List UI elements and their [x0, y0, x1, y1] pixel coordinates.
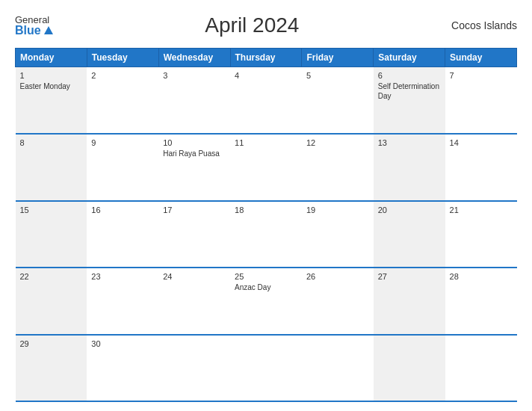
day-number: 21	[450, 206, 513, 214]
day-number: 14	[450, 138, 513, 147]
day-number: 4	[235, 71, 297, 80]
calendar-cell	[158, 335, 230, 402]
day-number: 26	[306, 272, 369, 281]
day-number: 5	[306, 71, 369, 80]
day-number: 7	[450, 71, 513, 80]
calendar-table: MondayTuesdayWednesdayThursdayFridaySatu…	[15, 48, 517, 402]
calendar-cell: 19	[302, 201, 374, 268]
calendar-cell: 23	[87, 268, 158, 335]
calendar-cell: 15	[16, 201, 87, 268]
holiday-text: Self Determination Day	[378, 81, 441, 101]
week-row-3: 15161718192021	[16, 201, 517, 268]
calendar-cell: 9	[87, 134, 158, 201]
calendar-cell: 20	[374, 201, 445, 268]
calendar-cell: 3	[158, 67, 230, 135]
calendar-cell: 2	[87, 67, 158, 135]
day-number: 23	[91, 272, 154, 281]
week-row-1: 1Easter Monday23456Self Determination Da…	[16, 67, 517, 135]
day-number: 18	[235, 206, 297, 214]
weekday-header-tuesday: Tuesday	[87, 49, 158, 67]
calendar-wrapper: General Blue April 2024 Cocos Islands Mo…	[0, 0, 532, 411]
calendar-cell: 17	[158, 201, 230, 268]
day-number: 9	[91, 138, 154, 147]
calendar-cell: 25Anzac Day	[230, 268, 302, 335]
calendar-cell: 1Easter Monday	[16, 67, 87, 135]
weekday-header-saturday: Saturday	[374, 49, 445, 67]
day-number: 28	[450, 272, 513, 281]
calendar-cell: 21	[445, 201, 517, 268]
day-number: 15	[20, 206, 83, 214]
calendar-cell: 10Hari Raya Puasa	[158, 134, 230, 201]
day-number: 17	[163, 206, 226, 214]
calendar-cell	[230, 335, 302, 402]
day-number: 10	[163, 138, 226, 147]
logo-blue-text: Blue	[15, 25, 41, 37]
day-number: 6	[378, 71, 441, 80]
day-number: 1	[20, 71, 83, 80]
calendar-cell	[374, 335, 445, 402]
calendar-cell: 29	[16, 335, 87, 402]
logo-general-text: General	[15, 15, 49, 25]
calendar-cell: 14	[445, 134, 517, 201]
calendar-cell: 11	[230, 134, 302, 201]
calendar-cell: 5	[302, 67, 374, 135]
week-row-4: 22232425Anzac Day262728	[16, 268, 517, 335]
day-number: 13	[378, 138, 441, 147]
calendar-cell: 6Self Determination Day	[374, 67, 445, 135]
calendar-cell: 7	[445, 67, 517, 135]
week-row-5: 2930	[16, 335, 517, 402]
calendar-cell: 24	[158, 268, 230, 335]
calendar-cell: 13	[374, 134, 445, 201]
calendar-cell: 12	[302, 134, 374, 201]
day-number: 8	[20, 138, 83, 147]
calendar-cell: 4	[230, 67, 302, 135]
header: General Blue April 2024 Cocos Islands	[15, 13, 517, 37]
day-number: 24	[163, 272, 226, 281]
holiday-text: Easter Monday	[20, 81, 83, 91]
calendar-cell: 16	[87, 201, 158, 268]
day-number: 27	[378, 272, 441, 281]
day-number: 3	[163, 71, 226, 80]
logo-blue: Blue	[15, 25, 53, 37]
day-number: 16	[91, 206, 154, 214]
calendar-cell: 30	[87, 335, 158, 402]
weekday-header-monday: Monday	[16, 49, 87, 67]
day-number: 19	[306, 206, 369, 214]
holiday-text: Anzac Day	[235, 282, 297, 292]
calendar-cell: 18	[230, 201, 302, 268]
logo-triangle-icon	[44, 26, 53, 34]
calendar-cell: 27	[374, 268, 445, 335]
day-number: 20	[378, 206, 441, 214]
day-number: 25	[235, 272, 297, 281]
day-number: 2	[91, 71, 154, 80]
region-label: Cocos Islands	[451, 19, 517, 31]
day-number: 22	[20, 272, 83, 281]
day-number: 29	[20, 339, 83, 348]
calendar-cell: 26	[302, 268, 374, 335]
calendar-cell: 28	[445, 268, 517, 335]
day-number: 11	[235, 138, 297, 147]
calendar-cell	[302, 335, 374, 402]
calendar-cell	[445, 335, 517, 402]
calendar-title: April 2024	[205, 13, 299, 37]
day-number: 30	[91, 339, 154, 348]
day-number: 12	[306, 138, 369, 147]
holiday-text: Hari Raya Puasa	[163, 149, 226, 158]
calendar-cell: 8	[16, 134, 87, 201]
week-row-2: 8910Hari Raya Puasa11121314	[16, 134, 517, 201]
weekday-header-row: MondayTuesdayWednesdayThursdayFridaySatu…	[16, 49, 517, 67]
weekday-header-thursday: Thursday	[230, 49, 302, 67]
calendar-cell: 22	[16, 268, 87, 335]
weekday-header-friday: Friday	[302, 49, 374, 67]
logo: General Blue	[15, 15, 53, 37]
weekday-header-sunday: Sunday	[445, 49, 517, 67]
weekday-header-wednesday: Wednesday	[158, 49, 230, 67]
